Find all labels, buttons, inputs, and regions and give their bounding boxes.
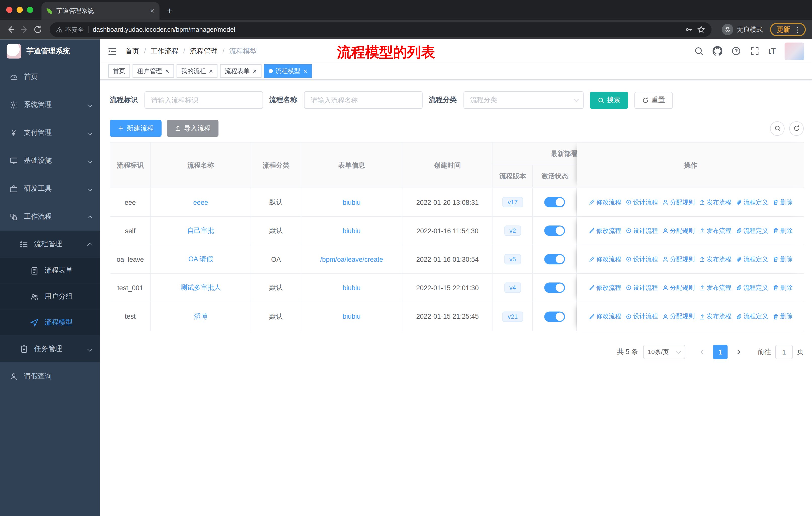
help-icon[interactable]	[731, 46, 741, 56]
url-text[interactable]: dashboard.yudao.iocoder.cn/bpm/manager/m…	[93, 26, 235, 33]
reset-button[interactable]: 重置	[634, 91, 672, 109]
publish-process-link[interactable]: 发布流程	[699, 255, 731, 264]
process-definition-link[interactable]: 流程定义	[736, 312, 768, 321]
fullscreen-icon[interactable]	[750, 46, 760, 56]
delete-process-link[interactable]: 删除	[773, 226, 793, 235]
assign-rule-link[interactable]: 分配规则	[662, 312, 695, 321]
process-definition-link[interactable]: 流程定义	[736, 283, 768, 292]
active-toggle[interactable]	[544, 254, 565, 264]
form-link[interactable]: biubiu	[343, 284, 360, 292]
browser-tab[interactable]: 芋道管理系统 ×	[41, 2, 160, 20]
password-key-icon[interactable]	[685, 25, 693, 34]
design-process-link[interactable]: 设计流程	[625, 198, 658, 207]
edit-process-link[interactable]: 修改流程	[588, 255, 621, 264]
design-process-link[interactable]: 设计流程	[625, 312, 658, 321]
process-name-input[interactable]	[304, 91, 423, 109]
form-link[interactable]: biubiu	[343, 313, 360, 321]
avatar[interactable]	[785, 42, 804, 60]
sidebar-item-infrastructure[interactable]: 基础设施	[0, 147, 100, 174]
assign-rule-link[interactable]: 分配规则	[662, 226, 695, 235]
publish-process-link[interactable]: 发布流程	[699, 283, 731, 292]
process-name-link[interactable]: OA 请假	[188, 254, 213, 264]
bookmark-star-icon[interactable]	[697, 25, 705, 34]
address-bar[interactable]: 不安全 dashboard.yudao.iocoder.cn/bpm/manag…	[50, 22, 712, 37]
close-window-button[interactable]	[6, 7, 12, 13]
sidebar-item-devtools[interactable]: 研发工具	[0, 174, 100, 202]
design-process-link[interactable]: 设计流程	[625, 255, 658, 264]
delete-process-link[interactable]: 删除	[773, 255, 793, 264]
close-icon[interactable]: ×	[209, 67, 213, 74]
reload-icon[interactable]	[33, 25, 42, 34]
import-process-button[interactable]: 导入流程	[167, 120, 219, 137]
close-icon[interactable]: ×	[253, 67, 257, 74]
process-name-link[interactable]: eeee	[193, 198, 208, 206]
delete-process-link[interactable]: 删除	[773, 283, 793, 292]
new-tab-button[interactable]: +	[167, 5, 172, 17]
toggle-search-button[interactable]	[770, 121, 785, 136]
assign-rule-link[interactable]: 分配规则	[662, 255, 695, 264]
browser-menu-icon[interactable]: ⋮	[794, 25, 801, 34]
close-icon[interactable]: ×	[303, 67, 307, 74]
edit-process-link[interactable]: 修改流程	[588, 226, 621, 235]
sidebar-item-process-management[interactable]: 流程管理	[0, 231, 100, 258]
active-toggle[interactable]	[544, 225, 565, 236]
design-process-link[interactable]: 设计流程	[625, 283, 658, 292]
form-link[interactable]: biubiu	[343, 227, 360, 235]
sidebar-item-leave-query[interactable]: 请假查询	[0, 362, 100, 390]
sidebar-item-home[interactable]: 首页	[0, 63, 100, 91]
search-button[interactable]: 搜索	[590, 91, 628, 109]
sidebar-item-process-model[interactable]: 流程模型	[0, 309, 100, 335]
edit-process-link[interactable]: 修改流程	[588, 312, 621, 321]
tag-my-process[interactable]: 我的流程 ×	[176, 64, 218, 78]
process-name-link[interactable]: 滔博	[194, 312, 207, 321]
back-icon[interactable]	[6, 25, 16, 34]
font-size-icon[interactable]: tT	[768, 47, 776, 55]
process-definition-link[interactable]: 流程定义	[736, 226, 768, 235]
assign-rule-link[interactable]: 分配规则	[662, 283, 695, 292]
edit-process-link[interactable]: 修改流程	[588, 283, 621, 292]
sidebar-item-user-group[interactable]: 用户分组	[0, 283, 100, 309]
minimize-window-button[interactable]	[17, 7, 23, 13]
active-toggle[interactable]	[544, 311, 565, 322]
sidebar-item-payment-management[interactable]: 支付管理	[0, 119, 100, 147]
prev-page-button[interactable]	[696, 345, 708, 359]
tag-process-model[interactable]: 流程模型 ×	[264, 64, 312, 78]
forward-icon[interactable]	[20, 25, 29, 34]
refresh-table-button[interactable]	[789, 121, 804, 136]
form-link[interactable]: /bpm/oa/leave/create	[320, 255, 383, 263]
github-icon[interactable]	[713, 46, 722, 56]
create-process-button[interactable]: 新建流程	[110, 120, 162, 137]
publish-process-link[interactable]: 发布流程	[699, 198, 731, 207]
process-definition-link[interactable]: 流程定义	[736, 255, 768, 264]
page-number-button[interactable]: 1	[713, 345, 728, 359]
breadcrumb-item[interactable]: 首页	[125, 46, 140, 56]
delete-process-link[interactable]: 删除	[773, 198, 793, 207]
design-process-link[interactable]: 设计流程	[625, 226, 658, 235]
page-size-select[interactable]: 10条/页	[643, 345, 685, 359]
sidebar-item-task-management[interactable]: 任务管理	[0, 335, 100, 362]
sidebar-item-workflow[interactable]: 工作流程	[0, 202, 100, 230]
tab-close-icon[interactable]: ×	[150, 7, 154, 15]
next-page-button[interactable]	[733, 345, 744, 359]
breadcrumb-item[interactable]: 流程管理	[190, 46, 218, 56]
goto-page-input[interactable]	[775, 345, 793, 359]
process-category-select[interactable]: 流程分类	[463, 91, 583, 109]
collapse-sidebar-icon[interactable]	[107, 46, 118, 56]
process-definition-link[interactable]: 流程定义	[736, 198, 768, 207]
sidebar-item-system-management[interactable]: 系统管理	[0, 91, 100, 119]
delete-process-link[interactable]: 删除	[773, 312, 793, 321]
tag-process-form[interactable]: 流程表单 ×	[220, 64, 262, 78]
active-toggle[interactable]	[544, 282, 565, 293]
active-toggle[interactable]	[544, 197, 565, 207]
process-name-link[interactable]: 自己审批	[187, 226, 214, 235]
publish-process-link[interactable]: 发布流程	[699, 312, 731, 321]
breadcrumb-item[interactable]: 工作流程	[150, 46, 178, 56]
app-logo[interactable]: 芋道管理系统	[0, 39, 100, 63]
security-warning[interactable]: 不安全	[56, 25, 84, 34]
publish-process-link[interactable]: 发布流程	[699, 226, 731, 235]
edit-process-link[interactable]: 修改流程	[588, 198, 621, 207]
sidebar-item-process-form[interactable]: 流程表单	[0, 258, 100, 284]
tag-tenant-management[interactable]: 租户管理 ×	[133, 64, 174, 78]
process-name-link[interactable]: 测试多审批人	[180, 283, 221, 292]
process-key-input[interactable]	[144, 91, 263, 109]
